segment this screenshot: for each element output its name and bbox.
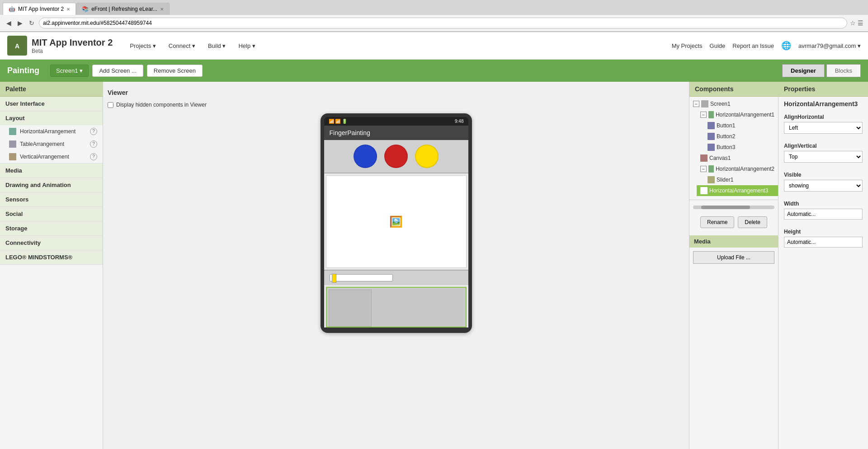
align-horizontal-label: AlignHorizontal xyxy=(784,114,863,120)
app-subtitle: Beta xyxy=(32,48,113,54)
forward-button[interactable]: ▶ xyxy=(16,19,24,28)
nav-bar: ◀ ▶ ↻ ☆ ☰ xyxy=(0,15,868,32)
browser-chrome: 🤖 MIT App Inventor 2 ✕ 📚 eFront | Refres… xyxy=(0,0,868,32)
comp-tree: Screen1 HorizontalArrangement1 Button1 B… xyxy=(689,97,778,198)
palette-section-social-header[interactable]: Social xyxy=(0,207,103,221)
report-issue-link[interactable]: Report an Issue xyxy=(732,42,774,49)
prop-height: Height xyxy=(778,226,868,254)
yellow-color-button[interactable] xyxy=(415,145,439,168)
properties-header: Properties xyxy=(778,82,868,97)
comp-ha3[interactable]: HorizontalArrangement3 xyxy=(697,185,778,196)
add-screen-button[interactable]: Add Screen ... xyxy=(92,65,143,77)
reload-button[interactable]: ↻ xyxy=(27,19,36,28)
hidden-components-label: Display hidden components in Viewer xyxy=(116,102,207,108)
palette-section-drawing-header[interactable]: Drawing and Animation xyxy=(0,178,103,192)
palette-item-horizontal[interactable]: HorizontalArrangement ? xyxy=(0,125,103,138)
ha3-inner xyxy=(329,290,372,327)
ha2-label: HorizontalArrangement2 xyxy=(716,166,774,172)
palette-section-ui-header[interactable]: User Interface xyxy=(0,97,103,111)
btn2-label: Button2 xyxy=(717,133,735,140)
palette-section-storage-header[interactable]: Storage xyxy=(0,221,103,235)
comp-canvas1[interactable]: Canvas1 xyxy=(697,153,778,164)
ha3-area[interactable] xyxy=(326,287,467,327)
tab-close-2[interactable]: ✕ xyxy=(160,7,164,12)
palette-section-lego-header[interactable]: LEGO® MINDSTORMS® xyxy=(0,250,103,264)
menu-icon[interactable]: ☰ xyxy=(858,19,863,27)
btn1-label: Button1 xyxy=(717,122,735,129)
palette-section-connectivity: Connectivity xyxy=(0,236,103,250)
slider-track[interactable] xyxy=(330,274,393,281)
globe-icon[interactable]: 🌐 xyxy=(781,41,791,51)
designer-button[interactable]: Designer xyxy=(782,64,825,77)
back-button[interactable]: ◀ xyxy=(5,19,13,28)
phone-signal-icons: 📶 📶 🔋 xyxy=(329,119,348,124)
palette-section-drawing: Drawing and Animation xyxy=(0,178,103,192)
upload-file-button[interactable]: Upload File ... xyxy=(693,251,774,264)
nav-build[interactable]: Build ▾ xyxy=(202,39,232,53)
horizontal-arrangement-icon xyxy=(9,128,16,135)
phone-app-bar: FingerPainting xyxy=(324,126,468,140)
palette-section-lego: LEGO® MINDSTORMS® xyxy=(0,250,103,265)
palette-section-connectivity-header[interactable]: Connectivity xyxy=(0,236,103,250)
viewer-panel: Viewer Display hidden components in View… xyxy=(103,82,689,449)
address-bar[interactable] xyxy=(39,18,847,28)
palette-item-horizontal-label: HorizontalArrangement xyxy=(20,128,75,135)
palette-item-vertical-label: VerticalArrangement xyxy=(20,154,69,160)
rename-button[interactable]: Rename xyxy=(700,216,734,228)
comp-btn1[interactable]: Button1 xyxy=(704,120,778,131)
comp-bottom: Rename Delete Media Upload File ... xyxy=(689,200,778,267)
tab-favicon-1: 🤖 xyxy=(9,6,15,12)
app-title: MIT App Inventor 2 xyxy=(32,37,113,48)
screen-dropdown[interactable]: Screen1 ▾ xyxy=(50,65,89,77)
blocks-button[interactable]: Blocks xyxy=(826,64,861,77)
comp-btn2[interactable]: Button2 xyxy=(704,131,778,142)
palette-section-ui: User Interface xyxy=(0,97,103,111)
main-layout: Palette User Interface Layout Horizontal… xyxy=(0,82,868,449)
visible-select[interactable]: showing hidden xyxy=(784,180,863,192)
palette-item-table[interactable]: TableArrangement ? xyxy=(0,138,103,150)
nav-help[interactable]: Help ▾ xyxy=(232,39,261,53)
hidden-components-checkbox[interactable] xyxy=(108,102,113,108)
comp-ha1[interactable]: HorizontalArrangement1 xyxy=(697,109,778,120)
width-input[interactable] xyxy=(784,209,863,220)
tab-active[interactable]: 🤖 MIT App Inventor 2 ✕ xyxy=(3,3,76,15)
palette-section-sensors-header[interactable]: Sensors xyxy=(0,192,103,206)
logo-text: MIT App Inventor 2 Beta xyxy=(32,37,113,54)
nav-projects[interactable]: Projects ▾ xyxy=(123,39,162,53)
slider1-label: Slider1 xyxy=(717,177,733,183)
canvas-area[interactable]: 🖼️ xyxy=(326,175,467,268)
tab-inactive[interactable]: 📚 eFront | Refreshing eLear... ✕ xyxy=(76,3,170,15)
tab-label-1: MIT App Inventor 2 xyxy=(18,6,64,12)
nav-connect[interactable]: Connect ▾ xyxy=(162,39,202,53)
palette-section-media-header[interactable]: Media xyxy=(0,164,103,178)
delete-button[interactable]: Delete xyxy=(738,216,767,228)
table-arrangement-info[interactable]: ? xyxy=(90,140,97,148)
align-horizontal-select[interactable]: Left Center Right xyxy=(784,122,863,134)
hidden-components-checkbox-label[interactable]: Display hidden components in Viewer xyxy=(108,102,684,108)
horizontal-arrangement-info[interactable]: ? xyxy=(90,128,97,135)
ha1-toggle[interactable] xyxy=(700,112,707,118)
screen1-toggle[interactable] xyxy=(693,101,699,107)
palette-item-vertical[interactable]: VerticalArrangement ? xyxy=(0,150,103,163)
guide-link[interactable]: Guide xyxy=(710,42,726,49)
user-menu[interactable]: avrmar79@gmail.com ▾ xyxy=(798,42,861,49)
tab-close-1[interactable]: ✕ xyxy=(66,7,70,12)
bookmark-icon[interactable]: ☆ xyxy=(850,19,856,27)
remove-screen-button[interactable]: Remove Screen xyxy=(147,65,203,77)
comp-ha2[interactable]: HorizontalArrangement2 xyxy=(697,164,778,174)
app-logo-icon: A xyxy=(7,36,27,56)
height-input[interactable] xyxy=(784,237,863,248)
red-color-button[interactable] xyxy=(384,145,408,168)
palette-section-social: Social xyxy=(0,207,103,221)
comp-slider1[interactable]: Slider1 xyxy=(704,174,778,185)
comp-screen1[interactable]: Screen1 xyxy=(689,98,778,109)
my-projects-link[interactable]: My Projects xyxy=(672,42,703,49)
blue-color-button[interactable] xyxy=(354,145,377,168)
ha2-toggle[interactable] xyxy=(700,166,707,172)
palette-section-layout-header[interactable]: Layout xyxy=(0,111,103,125)
screen1-icon xyxy=(701,100,708,108)
vertical-arrangement-info[interactable]: ? xyxy=(90,153,97,160)
comp-scrollbar[interactable] xyxy=(693,206,774,209)
comp-btn3[interactable]: Button3 xyxy=(704,142,778,153)
align-vertical-select[interactable]: Top Center Bottom xyxy=(784,151,863,163)
